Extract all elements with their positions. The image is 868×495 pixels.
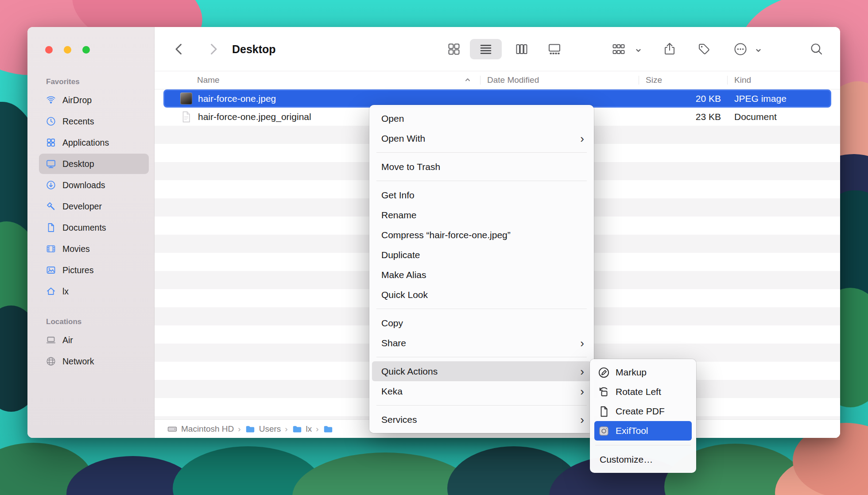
sidebar-item-label: Applications — [62, 138, 109, 148]
zoom-button[interactable] — [82, 46, 90, 54]
menu-item-rename[interactable]: Rename — [369, 205, 594, 225]
file-kind: JPEG image — [727, 93, 831, 104]
menu-item-open-with[interactable]: Open With› — [369, 128, 594, 148]
sidebar-item-desktop[interactable]: Desktop — [39, 154, 149, 174]
forward-button[interactable] — [205, 42, 221, 57]
column-headers: Name Date Modified Size Kind — [155, 71, 840, 89]
sidebar-item-recents[interactable]: Recents — [39, 111, 149, 131]
sidebar-item-lx-home[interactable]: lx — [39, 281, 149, 302]
column-header-name[interactable]: Name — [163, 71, 480, 89]
menu-item-get-info[interactable]: Get Info — [369, 185, 594, 205]
menu-item-share[interactable]: Share› — [369, 333, 594, 353]
path-item-users[interactable]: Users — [245, 424, 281, 434]
sidebar-item-movies[interactable]: Movies — [39, 239, 149, 259]
sidebar-item-label: Air — [62, 335, 73, 345]
toolbar: Desktop — [155, 27, 840, 71]
menu-item-move-to-trash[interactable]: Move to Trash — [369, 157, 594, 177]
share-button[interactable] — [662, 42, 677, 57]
sidebar-item-label: Documents — [62, 223, 106, 233]
submenu-item-create-pdf[interactable]: Create PDF — [590, 402, 696, 421]
menu-separator — [595, 445, 691, 445]
menu-separator — [376, 152, 587, 153]
hammer-icon — [45, 201, 57, 212]
menu-item-services[interactable]: Services› — [369, 410, 594, 429]
sidebar-item-label: Pictures — [62, 265, 93, 275]
globe-icon — [45, 356, 57, 367]
sort-ascending-icon — [464, 75, 471, 85]
column-header-date-modified[interactable]: Date Modified — [480, 71, 639, 89]
sidebar-item-pictures[interactable]: Pictures — [39, 260, 149, 280]
minimize-button[interactable] — [64, 46, 71, 54]
close-button[interactable] — [45, 46, 53, 54]
hard-drive-icon — [167, 424, 178, 434]
menu-item-quick-look[interactable]: Quick Look — [369, 285, 594, 305]
sidebar-item-documents[interactable]: Documents — [39, 217, 149, 238]
menu-item-keka[interactable]: Keka› — [369, 381, 594, 401]
file-kind: Document — [727, 112, 831, 122]
menu-item-duplicate[interactable]: Duplicate — [369, 245, 594, 265]
column-view-button[interactable] — [514, 42, 529, 57]
list-view-button-active[interactable] — [470, 39, 502, 59]
path-separator-icon: › — [316, 424, 318, 434]
sidebar-item-label: Network — [62, 356, 94, 367]
folder-icon — [323, 424, 333, 434]
submenu-item-exiftool[interactable]: ExifTool — [590, 421, 696, 441]
menu-item-make-alias[interactable]: Make Alias — [369, 265, 594, 285]
rotate-left-icon — [598, 386, 610, 398]
group-by-button[interactable] — [611, 42, 626, 57]
sidebar-item-label: Developer — [62, 201, 102, 212]
markup-pen-icon — [598, 367, 610, 379]
sidebar-item-network[interactable]: Network — [39, 351, 149, 371]
menu-item-open[interactable]: Open — [369, 108, 594, 128]
path-separator-icon: › — [285, 424, 287, 434]
more-actions-button[interactable] — [733, 42, 748, 57]
sidebar-item-applications[interactable]: Applications — [39, 132, 149, 153]
sidebar-item-downloads[interactable]: Downloads — [39, 175, 149, 195]
document-icon — [45, 222, 57, 233]
tag-button[interactable] — [697, 42, 712, 57]
download-circle-icon — [45, 179, 57, 191]
back-button[interactable] — [172, 42, 187, 57]
submenu-chevron-icon: › — [580, 386, 584, 397]
sidebar-item-air[interactable]: Air — [39, 330, 149, 350]
traffic-lights — [45, 46, 154, 54]
path-item-macintosh-hd[interactable]: Macintosh HD — [167, 424, 234, 434]
sidebar-item-label: Recents — [62, 116, 94, 127]
submenu-chevron-icon: › — [580, 133, 584, 144]
file-name: hair-force-one.jpeg_original — [198, 112, 311, 122]
column-header-size[interactable]: Size — [639, 71, 727, 89]
film-icon — [45, 243, 57, 255]
menu-item-copy[interactable]: Copy — [369, 313, 594, 333]
sidebar-item-label: Movies — [62, 244, 90, 254]
submenu-item-rotate-left[interactable]: Rotate Left — [590, 382, 696, 402]
airdrop-icon — [45, 94, 57, 106]
submenu-item-customize[interactable]: Customize… — [590, 450, 696, 469]
chevron-down-icon — [635, 47, 642, 54]
path-item-partial[interactable] — [323, 424, 333, 434]
photo-icon — [45, 264, 57, 276]
sidebar-item-label: lx — [62, 286, 69, 297]
desktop-icon — [45, 158, 57, 170]
sidebar-locations-list: Air Network — [27, 330, 154, 371]
menu-separator — [376, 357, 587, 357]
menu-separator — [376, 181, 587, 181]
path-separator-icon: › — [238, 424, 240, 434]
submenu-chevron-icon: › — [580, 414, 584, 425]
menu-item-compress[interactable]: Compress “hair-force-one.jpeg” — [369, 225, 594, 245]
icon-view-button[interactable] — [446, 42, 461, 57]
gallery-view-button[interactable] — [547, 42, 562, 57]
menu-item-quick-actions[interactable]: Quick Actions› — [369, 361, 594, 381]
home-icon — [45, 286, 57, 297]
menu-separator — [376, 405, 587, 406]
sidebar-item-developer[interactable]: Developer — [39, 196, 149, 217]
column-header-kind[interactable]: Kind — [727, 71, 831, 89]
file-size: 23 KB — [639, 112, 727, 122]
file-size: 20 KB — [639, 93, 727, 104]
sidebar-item-airdrop[interactable]: AirDrop — [39, 90, 149, 110]
path-item-lx[interactable]: lx — [292, 424, 312, 434]
search-icon[interactable] — [809, 42, 824, 57]
chevron-down-icon — [755, 47, 762, 54]
context-menu: Open Open With› Move to Trash Get Info R… — [369, 105, 594, 433]
submenu-item-markup[interactable]: Markup — [590, 363, 696, 382]
sidebar-item-label: Downloads — [62, 180, 105, 190]
